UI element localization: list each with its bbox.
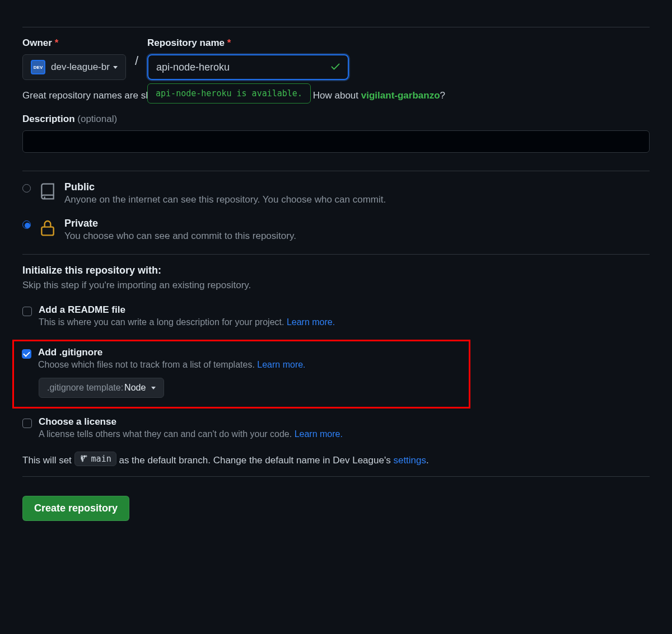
gitignore-desc: Choose which files not to track from a l… bbox=[38, 360, 306, 370]
owner-label: Owner * bbox=[22, 37, 126, 49]
private-title: Private bbox=[64, 218, 296, 229]
gitignore-learn-more-link[interactable]: Learn more. bbox=[257, 360, 305, 369]
init-sub: Skip this step if you're importing an ex… bbox=[22, 280, 650, 291]
license-title: Choose a license bbox=[39, 416, 343, 428]
default-branch-text: This will set main as the default branch… bbox=[22, 452, 650, 466]
license-desc: A license tells others what they can and… bbox=[39, 429, 343, 439]
owner-value: dev-league-br bbox=[51, 62, 110, 73]
owner-select[interactable]: DEV dev-league-br bbox=[22, 54, 126, 80]
branch-badge: main bbox=[74, 452, 116, 466]
init-heading: Initialize this repository with: bbox=[22, 265, 650, 276]
private-radio[interactable] bbox=[22, 220, 31, 229]
suggested-name-link[interactable]: vigilant-garbanzo bbox=[361, 90, 440, 101]
public-radio[interactable] bbox=[22, 184, 31, 192]
repo-icon bbox=[39, 182, 57, 204]
license-checkbox[interactable] bbox=[22, 419, 32, 428]
gitignore-highlight: Add .gitignore Choose which files not to… bbox=[12, 340, 470, 408]
settings-link[interactable]: settings bbox=[393, 455, 426, 466]
check-icon bbox=[330, 61, 341, 74]
helper-text: Great repository names are short and mem… bbox=[22, 90, 650, 101]
repo-name-input[interactable] bbox=[147, 54, 349, 80]
lock-icon bbox=[39, 219, 57, 240]
create-repository-button[interactable]: Create repository bbox=[22, 496, 129, 521]
gitignore-template-select[interactable]: .gitignore template:Node bbox=[39, 378, 164, 398]
license-learn-more-link[interactable]: Learn more. bbox=[295, 429, 343, 439]
readme-checkbox[interactable] bbox=[22, 307, 32, 316]
availability-tooltip: api-node-heroku is available. bbox=[147, 83, 311, 104]
readme-desc: This is where you can write a long descr… bbox=[39, 317, 335, 327]
public-desc: Anyone on the internet can see this repo… bbox=[64, 194, 386, 205]
description-input[interactable] bbox=[22, 130, 650, 153]
readme-title: Add a README file bbox=[39, 304, 335, 316]
public-title: Public bbox=[64, 181, 386, 193]
chevron-down-icon bbox=[151, 387, 156, 389]
private-desc: You choose who can see and commit to thi… bbox=[64, 231, 296, 242]
gitignore-title: Add .gitignore bbox=[38, 347, 306, 358]
repo-name-label: Repository name * bbox=[147, 37, 349, 49]
owner-avatar-icon: DEV bbox=[31, 60, 45, 74]
chevron-down-icon bbox=[113, 66, 118, 69]
svg-rect-0 bbox=[41, 227, 53, 236]
description-label: Description (optional) bbox=[22, 114, 650, 125]
path-separator: / bbox=[135, 49, 138, 68]
gitignore-checkbox[interactable] bbox=[22, 349, 31, 359]
git-branch-icon bbox=[80, 454, 88, 463]
readme-learn-more-link[interactable]: Learn more. bbox=[287, 317, 335, 327]
